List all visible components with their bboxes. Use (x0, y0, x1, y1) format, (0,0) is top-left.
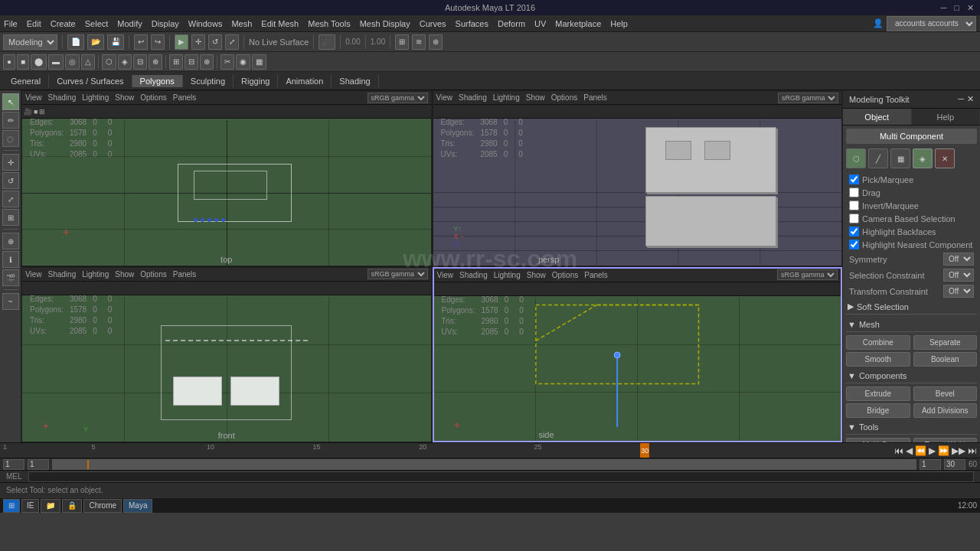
edge-icon[interactable]: ╱ (868, 148, 888, 168)
menu-mesh[interactable]: Mesh (231, 19, 252, 28)
vp-side-show[interactable]: Show (527, 271, 546, 279)
rotate-tool[interactable]: ↺ (208, 34, 222, 50)
poly-torus[interactable]: ◎ (65, 54, 80, 70)
vp-top-view[interactable]: View (25, 93, 42, 102)
viewport-front[interactable]: View Shading Lighting Show Options Panel… (21, 267, 432, 443)
new-btn[interactable]: 📄 (67, 34, 84, 50)
open-btn[interactable]: 📂 (87, 34, 104, 50)
symmetry-select[interactable]: Off (943, 253, 974, 266)
playhead[interactable]: 30 (640, 443, 649, 458)
close-icon-btn[interactable]: ✕ (935, 148, 955, 168)
vp-persp-shading[interactable]: Shading (459, 93, 487, 102)
prev-frame-btn[interactable]: ◀ (906, 445, 913, 456)
redo-btn[interactable]: ↪ (151, 34, 165, 50)
poly-sphere[interactable]: ● (3, 54, 15, 70)
merge-btn[interactable]: ⊕ (149, 54, 162, 70)
extrude-btn[interactable]: ⬡ (102, 54, 116, 70)
menu-curves[interactable]: Curves (420, 19, 446, 28)
menu-edit[interactable]: Edit (27, 19, 41, 28)
go-start-btn[interactable]: ⏮ (894, 445, 903, 456)
vp-front-panels[interactable]: Panels (173, 270, 197, 279)
vp-persp-lighting[interactable]: Lighting (493, 93, 520, 102)
rpanel-min-icon[interactable]: ─ (958, 94, 964, 104)
tab-polygons[interactable]: Polygons (132, 75, 183, 87)
paint-tool-btn[interactable]: ✏ (2, 112, 19, 129)
vp-top-shading-btn[interactable]: ■ (34, 108, 38, 116)
accounts-select[interactable]: accounts accounts (887, 16, 976, 31)
vp-top-lighting[interactable]: Lighting (82, 93, 109, 102)
highlight-back-checkbox[interactable] (849, 227, 859, 236)
vp-top-options[interactable]: Options (140, 93, 166, 102)
menu-create[interactable]: Create (51, 19, 76, 28)
tools-section-header[interactable]: ▼ Tools (846, 420, 977, 435)
vp-top-gamma[interactable]: sRGB gamma (368, 93, 428, 103)
highlight-nearest-checkbox[interactable] (849, 240, 859, 249)
tab-general[interactable]: General (3, 75, 49, 87)
vertex-icon[interactable]: ⬡ (846, 148, 866, 168)
components-section-header[interactable]: ▼ Components (846, 369, 977, 383)
transform-constraint-select[interactable]: Off (943, 285, 974, 298)
close-btn[interactable]: ✕ (964, 3, 977, 13)
combine-btn[interactable]: Combine (846, 335, 910, 350)
bridge-btn-r[interactable]: Bridge (846, 403, 910, 418)
menu-meshdisplay[interactable]: Mesh Display (360, 19, 410, 28)
mel-input[interactable] (28, 471, 974, 482)
smooth-btn[interactable]: Smooth (846, 352, 910, 367)
selection-tool-btn[interactable]: ↖ (2, 93, 19, 110)
camerabased-checkbox[interactable] (849, 214, 859, 223)
vp-top-wireframe-btn[interactable]: ⊞ (39, 108, 45, 116)
range-start-input[interactable] (3, 459, 24, 470)
vp-top-cam[interactable]: 🎥 (24, 108, 32, 116)
menu-select[interactable]: Select (85, 19, 109, 28)
snap-point[interactable]: ⊕ (429, 34, 443, 50)
maya-btn[interactable]: Maya (123, 499, 152, 513)
vp-side-shading[interactable]: Shading (459, 271, 488, 279)
separate-btn[interactable]: Separate (913, 335, 978, 350)
vp-persp-show[interactable]: Show (526, 93, 545, 102)
menu-windows[interactable]: Windows (188, 19, 223, 28)
curve-btn[interactable]: ~ (2, 293, 19, 310)
extrude-btn-r[interactable]: Extrude (846, 386, 910, 401)
vp-side-view[interactable]: View (437, 271, 454, 279)
poly-cube[interactable]: ■ (17, 54, 29, 70)
current-frame-input[interactable] (28, 459, 49, 470)
move-tool[interactable]: ✛ (191, 34, 205, 50)
multi-cut-btn-r[interactable]: Multi-Cut (846, 438, 910, 442)
vp-top-show[interactable]: Show (115, 93, 134, 102)
range-end-input[interactable] (944, 459, 965, 470)
vp-side-options[interactable]: Options (552, 271, 578, 279)
vp-side-lighting[interactable]: Lighting (494, 271, 521, 279)
tab-sculpting[interactable]: Sculpting (183, 75, 234, 87)
viewport-side[interactable]: View Shading Lighting Show Options Panel… (433, 267, 843, 443)
menu-deform[interactable]: Deform (498, 19, 525, 28)
invertmarquee-checkbox[interactable] (849, 201, 859, 210)
menu-marketplace[interactable]: Marketplace (555, 19, 601, 28)
timeline-range-bar[interactable] (53, 460, 916, 469)
go-end-btn[interactable]: ⏭ (968, 445, 977, 456)
info-btn[interactable]: ℹ (2, 251, 19, 268)
mode-selector[interactable]: Modeling (3, 34, 57, 50)
bridge-btn[interactable]: ⊟ (133, 54, 147, 70)
vp-front-gamma[interactable]: sRGB gamma (368, 269, 428, 279)
tab-curves[interactable]: Curves / Surfaces (49, 75, 132, 87)
maximize-btn[interactable]: □ (951, 3, 962, 12)
menu-modify[interactable]: Modify (117, 19, 142, 28)
mesh-section-header[interactable]: ▼ Mesh (846, 318, 977, 332)
vp-front-lighting[interactable]: Lighting (82, 270, 109, 279)
multi-icon[interactable]: ◈ (913, 148, 933, 168)
chrome-btn[interactable]: Chrome (83, 499, 122, 513)
scale-tool[interactable]: ⤢ (225, 34, 239, 50)
insert-loop-btn[interactable]: ⊞ (169, 54, 183, 70)
vp-top-panels[interactable]: Panels (173, 93, 197, 102)
save-btn[interactable]: 💾 (107, 34, 124, 50)
menu-help[interactable]: Help (610, 19, 628, 28)
vp-front-options[interactable]: Options (140, 270, 166, 279)
vp-front-shading[interactable]: Shading (48, 270, 77, 279)
rpanel-tab-object[interactable]: Object (843, 109, 912, 125)
universal-btn[interactable]: ⊞ (2, 209, 19, 226)
bevel-btn-r[interactable]: Bevel (913, 386, 978, 401)
vp-front-show[interactable]: Show (115, 270, 134, 279)
explorer-btn[interactable]: 📁 (41, 499, 60, 513)
vp-top-shading[interactable]: Shading (48, 93, 77, 102)
scale-btn-l[interactable]: ⤢ (2, 191, 19, 207)
